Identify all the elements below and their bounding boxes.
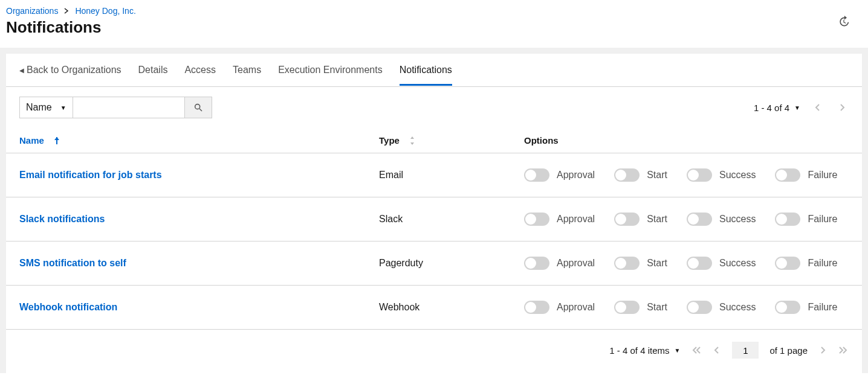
breadcrumb: Organizations Honey Dog, Inc. [6,6,862,16]
toggle-success[interactable] [687,168,712,182]
footer-range-label: 1 - 4 of 4 items [609,345,669,356]
toggle-start[interactable] [614,257,640,270]
top-range-label: 1 - 4 of 4 [754,103,789,113]
search-button[interactable] [184,97,212,118]
search-group: Name ▼ [19,97,212,118]
breadcrumb-current-link[interactable]: Honey Dog, Inc. [75,6,135,16]
prev-page-button[interactable] [713,347,721,354]
caret-down-icon: ▼ [60,104,66,111]
table-row: Email notification for job starts Email … [6,153,862,197]
caret-down-icon: ▼ [794,104,800,111]
column-type-header[interactable]: Type [379,135,400,146]
toggle-success-label: Success [719,258,756,269]
notification-name-link[interactable]: Webhook notification [19,302,379,313]
svg-point-0 [195,104,199,109]
toggle-failure-label: Failure [808,214,837,225]
tab-teams[interactable]: Teams [233,55,261,86]
column-options-header: Options [524,135,849,146]
toggle-start-label: Start [647,302,667,313]
history-icon[interactable] [838,16,850,28]
filter-field-label: Name [26,102,52,113]
toggle-approval-label: Approval [557,258,595,269]
last-page-button[interactable] [838,347,849,354]
toggle-failure[interactable] [775,257,800,270]
toggle-approval-label: Approval [557,302,595,313]
toggle-success-label: Success [719,302,756,313]
tab-notifications[interactable]: Notifications [400,55,452,86]
breadcrumb-root-link[interactable]: Organizations [6,6,58,16]
toggle-failure[interactable] [775,301,800,314]
tab-execution-environments[interactable]: Execution Environments [278,55,383,86]
top-range-select[interactable]: 1 - 4 of 4 ▼ [754,103,800,113]
notification-name-link[interactable]: Email notification for job starts [19,170,379,181]
notification-name-link[interactable]: Slack notifications [19,214,379,225]
toggle-success[interactable] [687,257,712,270]
back-to-organizations[interactable]: ◀ Back to Organizations [19,65,121,75]
toggle-start[interactable] [614,213,640,226]
toggle-start-label: Start [647,258,667,269]
toggle-failure-label: Failure [808,170,837,181]
tab-access[interactable]: Access [184,55,216,86]
toggle-start[interactable] [614,301,640,314]
toggle-approval[interactable] [524,301,549,314]
tab-details[interactable]: Details [138,55,168,86]
tab-bar: ◀ Back to Organizations Details Access T… [6,54,862,87]
notification-type: Email [379,170,524,181]
notification-name-link[interactable]: SMS notification to self [19,258,379,269]
page-number-input[interactable] [732,342,759,359]
toggle-success[interactable] [687,213,712,226]
toggle-approval-label: Approval [557,170,595,181]
svg-line-1 [199,109,202,111]
footer-range-select[interactable]: 1 - 4 of 4 items ▼ [609,345,680,356]
toggle-failure[interactable] [775,168,800,182]
search-input[interactable] [73,97,184,118]
search-icon [193,103,203,112]
column-name-header[interactable]: Name [19,135,44,146]
toggle-start[interactable] [614,168,640,182]
top-next-button[interactable] [835,104,849,111]
page-title: Notifications [6,18,862,37]
notification-type: Pagerduty [379,258,524,269]
table-row: Slack notifications Slack Approval Start… [6,197,862,241]
toggle-success-label: Success [719,170,756,181]
toggle-failure[interactable] [775,213,800,226]
first-page-button[interactable] [691,347,702,354]
table-row: Webhook notification Webhook Approval St… [6,286,862,330]
toggle-approval-label: Approval [557,214,595,225]
table-row: SMS notification to self Pagerduty Appro… [6,241,862,286]
sort-none-icon[interactable] [409,136,415,146]
toggle-approval[interactable] [524,213,549,226]
toggle-success-label: Success [719,214,756,225]
filter-field-select[interactable]: Name ▼ [19,97,73,118]
toggle-start-label: Start [647,214,667,225]
of-pages-label: of 1 page [769,345,808,356]
toggle-failure-label: Failure [808,258,837,269]
toggle-start-label: Start [647,170,667,181]
toggle-approval[interactable] [524,257,549,270]
caret-left-icon: ◀ [19,67,24,74]
caret-down-icon: ▼ [675,347,681,354]
top-prev-button[interactable] [811,104,824,111]
next-page-button[interactable] [818,347,827,354]
toggle-approval[interactable] [524,168,549,182]
notification-type: Webhook [379,302,524,313]
toggle-success[interactable] [687,301,712,314]
back-link-label: Back to Organizations [27,65,121,75]
chevron-right-icon [64,8,69,14]
sort-ascending-icon[interactable] [54,136,60,145]
notification-type: Slack [379,214,524,225]
toggle-failure-label: Failure [808,302,837,313]
